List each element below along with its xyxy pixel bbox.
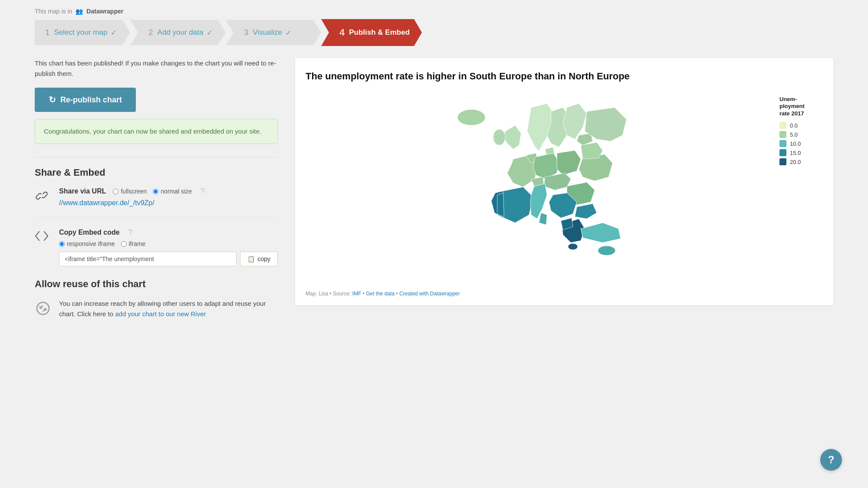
- org-icon: 👥: [76, 8, 83, 15]
- fullscreen-option[interactable]: fullscreen: [113, 188, 147, 195]
- left-panel: This chart has been published! If you ma…: [35, 58, 278, 320]
- share-url-content: Share via URL fullscreen normal size: [59, 187, 278, 207]
- main-content: This chart has been published! If you ma…: [35, 58, 833, 320]
- svg-point-2: [493, 129, 506, 145]
- allow-reuse-link[interactable]: add your chart to our new River: [115, 310, 206, 318]
- europe-map: [306, 92, 773, 282]
- normal-size-radio[interactable]: [153, 189, 158, 194]
- wizard-steps: 1 Select your map ✓ 2 Add your data ✓ 3 …: [35, 19, 833, 46]
- map-footer: Map: Lisa • Source: IMF • Get the data •…: [306, 291, 823, 297]
- step-2[interactable]: 2 Add your data ✓: [130, 20, 226, 45]
- svg-point-4: [598, 246, 615, 255]
- help-fab-button[interactable]: ?: [820, 449, 842, 471]
- map-container: Unem-ploymentrate 2017 0.0 5.0 10.0: [306, 92, 823, 284]
- step-1-check: ✓: [111, 29, 116, 37]
- legend-label-4: 20.0: [790, 159, 801, 165]
- map-svg-area: [306, 92, 773, 284]
- republish-label: Re-publish chart: [60, 95, 122, 105]
- share-url-help-icon[interactable]: ?: [201, 187, 204, 196]
- legend-item-3: 15.0: [779, 149, 823, 156]
- legend-label-2: 10.0: [790, 141, 801, 147]
- embed-row: Copy Embed code ? responsive iframe ifra…: [35, 228, 278, 266]
- step-3-check: ✓: [286, 29, 291, 37]
- map-footer-text: Map: Lisa • Source:: [306, 291, 352, 297]
- step-3[interactable]: 3 Visualize ✓: [226, 20, 321, 45]
- top-bar: This map is in 👥 Datawrapper: [35, 0, 833, 19]
- map-panel: The unemployment rate is higher in South…: [295, 58, 833, 305]
- copy-icon: 📋: [247, 255, 255, 262]
- normal-size-label: normal size: [161, 188, 192, 195]
- iframe-radio[interactable]: [121, 241, 127, 247]
- published-notice: This chart has been published! If you ma…: [35, 58, 278, 79]
- step-2-label: Add your data: [158, 28, 204, 37]
- responsive-iframe-label: responsive iframe: [67, 240, 115, 247]
- map-title: The unemployment rate is higher in South…: [306, 70, 823, 83]
- republish-button[interactable]: ↻ Re-publish chart: [35, 88, 136, 112]
- map-legend: Unem-ploymentrate 2017 0.0 5.0 10.0: [779, 92, 823, 166]
- copy-button[interactable]: 📋 copy: [240, 252, 278, 266]
- legend-title: Unem-ploymentrate 2017: [779, 96, 823, 118]
- allow-reuse-row: You can increase reach by allowing other…: [35, 298, 278, 320]
- svg-point-3: [568, 243, 578, 250]
- iframe-label: iframe: [129, 240, 146, 247]
- step-1[interactable]: 1 Select your map ✓: [35, 20, 130, 45]
- embed-options: responsive iframe iframe: [59, 240, 278, 247]
- fullscreen-label: fullscreen: [121, 188, 147, 195]
- imf-link[interactable]: IMF: [352, 291, 362, 297]
- allow-reuse-text: You can increase reach by allowing other…: [59, 298, 278, 319]
- legend-label-0: 0.0: [790, 122, 798, 129]
- legend-color-0: [779, 122, 786, 129]
- success-box: Congratulations, your chart can now be s…: [35, 119, 278, 144]
- responsive-iframe-option[interactable]: responsive iframe: [59, 240, 115, 247]
- embed-label: Copy Embed code: [59, 229, 120, 236]
- step-2-check: ✓: [207, 29, 212, 37]
- datawrapper-link[interactable]: Created with Datawrapper: [399, 291, 460, 297]
- step-2-num: 2: [148, 28, 153, 37]
- share-url-row: Share via URL fullscreen normal size: [35, 187, 278, 218]
- share-embed-section: Share & Embed Share via URL: [35, 157, 278, 266]
- embed-header: Copy Embed code ?: [59, 228, 278, 237]
- help-icon: ?: [828, 454, 835, 466]
- step-1-label: Select your map: [54, 28, 108, 37]
- step-4[interactable]: 4 Publish & Embed: [321, 19, 422, 46]
- legend-color-2: [779, 140, 786, 147]
- legend-color-1: [779, 131, 786, 138]
- responsive-iframe-radio[interactable]: [59, 241, 65, 247]
- get-data-link[interactable]: Get the data: [366, 291, 395, 297]
- share-url-header: Share via URL fullscreen normal size: [59, 187, 278, 196]
- allow-reuse-icon: [35, 298, 52, 320]
- share-url-link[interactable]: //www.datawrapper.de/_/tv9Zp/: [59, 199, 155, 206]
- legend-label-1: 5.0: [790, 131, 798, 138]
- share-url-options: fullscreen normal size: [113, 188, 192, 195]
- allow-reuse-section: Allow reuse of this chart You can increa…: [35, 278, 278, 320]
- legend-label-3: 15.0: [790, 150, 801, 156]
- normal-size-option[interactable]: normal size: [153, 188, 192, 195]
- legend-item-0: 0.0: [779, 122, 823, 129]
- iframe-option[interactable]: iframe: [121, 240, 146, 247]
- legend-item-1: 5.0: [779, 131, 823, 138]
- legend-item-2: 10.0: [779, 140, 823, 147]
- embed-content: Copy Embed code ? responsive iframe ifra…: [59, 228, 278, 266]
- svg-point-1: [457, 109, 485, 125]
- fullscreen-radio[interactable]: [113, 189, 118, 194]
- legend-item-4: 20.0: [779, 158, 823, 165]
- step-3-label: Visualize: [253, 28, 283, 37]
- embed-code-input[interactable]: [59, 252, 237, 266]
- legend-color-4: [779, 158, 786, 165]
- step-4-num: 4: [339, 27, 345, 38]
- share-url-label: Share via URL: [59, 187, 106, 195]
- step-1-num: 1: [45, 28, 50, 37]
- legend-items: 0.0 5.0 10.0 15.0: [779, 122, 823, 165]
- link-icon: [35, 187, 52, 206]
- embed-help-icon[interactable]: ?: [128, 228, 132, 237]
- step-3-num: 3: [244, 28, 249, 37]
- step-4-label: Publish & Embed: [349, 28, 410, 37]
- republish-icon: ↻: [49, 95, 56, 105]
- page-wrapper: This map is in 👥 Datawrapper 1 Select yo…: [0, 0, 868, 488]
- brand-name: Datawrapper: [86, 8, 123, 15]
- iframe-input-row: 📋 copy: [59, 252, 278, 266]
- success-message: Congratulations, your chart can now be s…: [44, 128, 261, 135]
- legend-color-3: [779, 149, 786, 156]
- copy-label: copy: [257, 255, 270, 262]
- share-embed-title: Share & Embed: [35, 167, 278, 178]
